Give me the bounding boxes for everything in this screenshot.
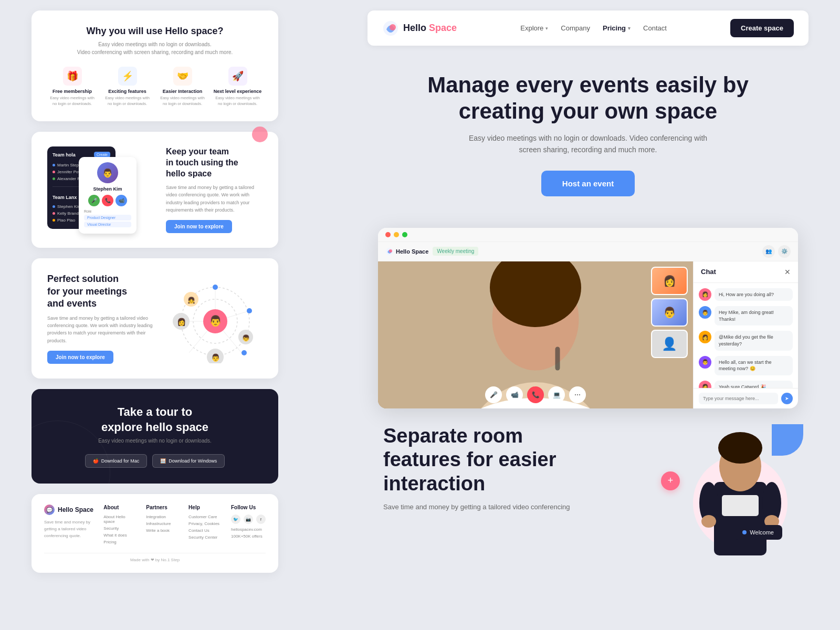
mockup-app-name: Hello Space [396, 248, 428, 255]
svg-text:👧: 👧 [187, 296, 195, 304]
thumb-person-1: 👩 [652, 268, 687, 294]
welcome-text: Welcome [750, 529, 774, 536]
footer-grid: 💬 Hello Space Save time and money by get… [44, 505, 266, 547]
team-card-inner: Team hola Create Martin Steph Jennifer P… [47, 146, 262, 233]
instagram-icon[interactable]: 📷 [244, 514, 253, 524]
chat-title-text: Chat [701, 268, 716, 276]
action-cam[interactable]: 📹 [116, 195, 127, 206]
facebook-icon[interactable]: f [256, 514, 266, 524]
create-space-btn[interactable]: Create space [730, 19, 794, 37]
footer-logo: 💬 Hello Space [44, 505, 95, 515]
thumb-2: 👨 [651, 298, 688, 327]
video-mockup: Hello Space Weekly meeting 👥 ⚙️ [378, 228, 798, 408]
footer-link-site[interactable]: hellospacev.com [231, 527, 266, 532]
navbar-links: Explore ▾ Company Pricing ▾ Contact [520, 24, 667, 32]
footer-link-care[interactable]: Customer Care [188, 514, 223, 519]
svg-point-7 [213, 285, 218, 290]
pink-deco-circle [252, 127, 268, 142]
logo-text: Hello Space [403, 23, 457, 34]
hero-section: Manage every events easily bycreating yo… [368, 61, 808, 228]
feature-desc-3: Easy video meetings with no login or dow… [158, 96, 207, 107]
second-subtitle: Save time and money by getting a tailore… [383, 502, 625, 513]
chat-close-icon[interactable]: ✕ [784, 268, 791, 276]
footer-link-privacy[interactable]: Privacy, Cookies [188, 521, 223, 526]
mockup-inner: 👩 👨 👤 🎤 📹 📞 💻 ⋯ [378, 261, 798, 408]
end-call-btn[interactable]: 📞 [527, 386, 544, 403]
chat-bubble-5: Yeah sure Catword 🎉 [715, 381, 793, 388]
footer-logo-icon: 💬 [44, 505, 55, 515]
footer-link-security[interactable]: Security [103, 526, 138, 531]
chat-input-area: ➤ [694, 388, 798, 408]
profile-card-mini: 👨 Stephen Kim 🎤 📞 📹 Role Product Designe… [79, 157, 136, 234]
right-panel: Hello Space Explore ▾ Company Pricing ▾ … [368, 10, 808, 555]
footer-link-infrastructure[interactable]: Infrastructure [146, 521, 180, 526]
team-heading: Keep your teamin touch using thehello sp… [166, 146, 262, 179]
close-dot [385, 232, 391, 237]
screen-share-btn[interactable]: 💻 [548, 386, 565, 403]
nav-explore[interactable]: Explore ▾ [520, 24, 548, 32]
profile-actions: 🎤 📞 📹 [84, 195, 131, 206]
team-hola-name: Team hola [52, 152, 76, 158]
team-section: Team hola Create Martin Steph Jennifer P… [32, 132, 278, 248]
second-section: Separate roomfeatures for easierinteract… [368, 408, 808, 555]
feature-desc-2: Easy video meetings with no login or dow… [102, 96, 152, 107]
team-desc: Save time and money by getting a tailore… [166, 184, 262, 214]
team-ui-wrapper: Team hola Create Martin Steph Jennifer P… [47, 146, 126, 229]
nav-contact[interactable]: Contact [643, 24, 667, 32]
chat-avatar-5: 👩 [699, 381, 711, 388]
settings-icon[interactable]: ⚙️ [778, 245, 791, 258]
minimize-dot [394, 232, 399, 237]
perfect-join-btn[interactable]: Join now to explore [47, 351, 113, 364]
footer-link-pricing[interactable]: Pricing [103, 540, 138, 544]
svg-rect-29 [555, 346, 560, 370]
footer-link-integration[interactable]: Integration [146, 514, 180, 519]
chat-bubble-1: Hi, How are you doing all? [715, 288, 793, 301]
thumb-person-icon: 👤 [662, 337, 677, 351]
host-btn[interactable]: Host an event [541, 171, 635, 196]
twitter-icon[interactable]: 🐦 [231, 514, 240, 524]
nav-pricing[interactable]: Pricing ▾ [603, 24, 631, 32]
action-end[interactable]: 📞 [102, 195, 113, 206]
participants-icon[interactable]: 👥 [762, 245, 775, 258]
plus-btn[interactable]: + [661, 471, 680, 490]
left-panel: Why you will use Hello space? Easy video… [32, 10, 278, 573]
experience-icon: 🚀 [228, 67, 247, 86]
footer-link-write[interactable]: Write a book [146, 528, 180, 533]
footer-help-title: Help [188, 505, 223, 510]
mockup-logo-mini: Hello Space [385, 247, 428, 256]
svg-text:👨: 👨 [209, 314, 222, 327]
welcome-bar: Welcome [734, 525, 782, 540]
footer-link-what[interactable]: What it does [103, 533, 138, 538]
footer-link-contact[interactable]: Contact Us [188, 528, 223, 533]
perfect-heading: Perfect solutionfor your meetingsand eve… [47, 273, 163, 310]
cam-btn[interactable]: 📹 [506, 386, 523, 403]
nav-company[interactable]: Company [561, 24, 590, 32]
footer-link-offers: 100K+50K offers [231, 534, 266, 539]
why-title: Why you will use Hello space? [47, 25, 262, 37]
mic-btn[interactable]: 🎤 [485, 386, 502, 403]
chat-msg-5: 👩 Yeah sure Catword 🎉 [699, 381, 793, 388]
svg-rect-30 [714, 482, 766, 555]
chat-messages: 👩 Hi, How are you doing all? 👨 Hey Mike,… [694, 283, 798, 388]
role-label: Role [84, 209, 131, 213]
mockup-header-actions: 👥 ⚙️ [762, 245, 791, 258]
footer-partners-title: Partners [146, 505, 180, 510]
windows-download-btn[interactable]: 🪟 Download for Windows [152, 454, 225, 468]
free-icon: 🎁 [63, 67, 82, 86]
perfect-card-inner: Perfect solutionfor your meetingsand eve… [47, 273, 262, 364]
footer-bottom: Made with ❤ by No.1 Step [44, 553, 266, 562]
chat-send-btn[interactable]: ➤ [781, 393, 793, 404]
more-options-btn[interactable]: ⋯ [569, 386, 586, 403]
thumb-3: 👤 [651, 330, 688, 358]
action-mic[interactable]: 🎤 [88, 195, 100, 206]
chat-input[interactable] [699, 393, 778, 404]
footer-social: 🐦 📷 f [231, 514, 266, 524]
footer-link-security-center[interactable]: Security Center [188, 535, 223, 540]
feature-item-3: 🤝 Easier Interaction Easy video meetings… [158, 67, 207, 107]
team-join-btn[interactable]: Join now to explore [166, 220, 232, 233]
footer-link-about-space[interactable]: About Hello space [103, 514, 138, 524]
svg-rect-33 [722, 495, 759, 516]
features-grid: 🎁 Free membership Easy video meetings wi… [47, 67, 262, 107]
video-thumbnails: 👩 👨 👤 [651, 267, 688, 358]
footer-logo-text: Hello Space [58, 506, 93, 513]
